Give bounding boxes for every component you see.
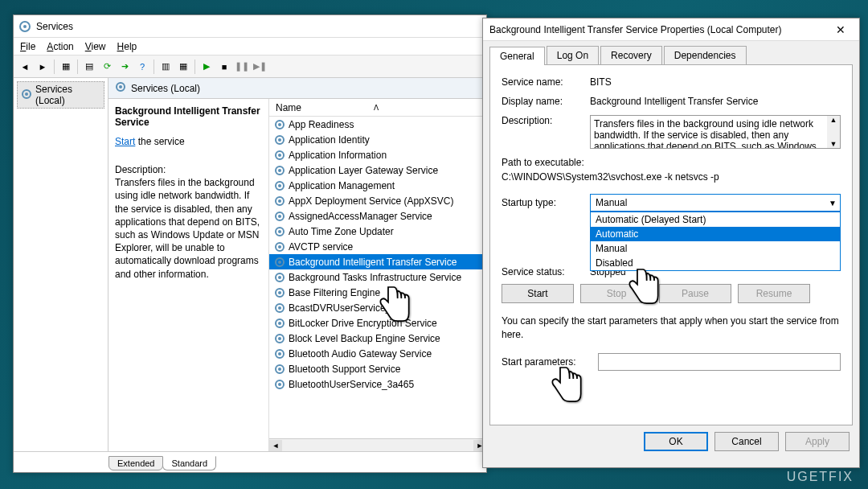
service-row[interactable]: Background Intelligent Transfer Service bbox=[269, 254, 486, 269]
svg-point-11 bbox=[278, 154, 281, 157]
label-service-name: Service name: bbox=[502, 76, 590, 88]
services-list[interactable]: App ReadinessApplication IdentityApplica… bbox=[269, 117, 486, 438]
detail-button[interactable]: ▦ bbox=[175, 59, 191, 75]
opt-auto-delayed[interactable]: Automatic (Delayed Start) bbox=[591, 212, 840, 227]
menu-view[interactable]: View bbox=[85, 41, 106, 52]
start-service-button[interactable]: ▶ bbox=[199, 59, 215, 75]
menu-action[interactable]: Action bbox=[47, 41, 73, 52]
selected-service-title: Background Intelligent Transfer Service bbox=[115, 105, 262, 128]
gear-icon bbox=[274, 272, 285, 283]
service-row[interactable]: Background Tasks Infrastructure Service bbox=[269, 269, 486, 285]
svg-point-41 bbox=[278, 383, 281, 386]
service-row[interactable]: Bluetooth Support Service bbox=[269, 361, 486, 376]
dialog-tabs: General Log On Recovery Dependencies bbox=[489, 46, 853, 65]
service-row[interactable]: AssignedAccessManager Service bbox=[269, 208, 486, 224]
chevron-down-icon: ▼ bbox=[829, 199, 837, 208]
description-text: Transfers files in the background using … bbox=[594, 118, 817, 149]
gear-icon bbox=[274, 241, 285, 253]
tab-standard[interactable]: Standard bbox=[162, 456, 216, 471]
properties-dialog: Background Intelligent Transfer Service … bbox=[482, 18, 860, 468]
opt-manual[interactable]: Manual bbox=[591, 241, 840, 256]
forward-button[interactable]: ► bbox=[35, 59, 51, 75]
main-area: Background Intelligent Transfer Service … bbox=[108, 99, 486, 451]
service-row[interactable]: BluetoothUserService_3a465 bbox=[269, 376, 486, 392]
h-scrollbar[interactable]: ◄ ► bbox=[269, 438, 486, 451]
service-row[interactable]: AVCTP service bbox=[269, 239, 486, 254]
refresh-button[interactable]: ⟳ bbox=[99, 59, 115, 75]
tree-node-services-local[interactable]: Services (Local) bbox=[17, 81, 104, 109]
service-row[interactable]: Block Level Backup Engine Service bbox=[269, 331, 486, 346]
export-button[interactable]: ➔ bbox=[117, 59, 133, 75]
help-text: You can specify the start parameters tha… bbox=[502, 314, 841, 342]
svg-point-23 bbox=[278, 245, 281, 249]
params-input[interactable] bbox=[598, 353, 841, 371]
pause-button: Pause bbox=[659, 284, 731, 303]
tab-dependencies[interactable]: Dependencies bbox=[664, 46, 747, 64]
startup-value: Manual bbox=[596, 197, 627, 208]
tab-general[interactable]: General bbox=[489, 47, 545, 65]
start-button[interactable]: Start bbox=[502, 284, 574, 303]
service-name: Application Identity bbox=[289, 134, 370, 146]
scroll-up-icon[interactable]: ▲ bbox=[827, 116, 840, 124]
service-row[interactable]: BcastDVRUserService_ bbox=[269, 300, 486, 315]
restart-service-button[interactable]: ▶❚ bbox=[252, 59, 268, 75]
list-button[interactable]: ▥ bbox=[158, 59, 174, 75]
tab-logon[interactable]: Log On bbox=[547, 46, 599, 64]
startup-combobox[interactable]: Manual ▼ bbox=[590, 194, 841, 212]
cancel-button[interactable]: Cancel bbox=[714, 432, 779, 451]
service-name: Auto Time Zone Updater bbox=[289, 226, 394, 237]
gear-icon bbox=[274, 134, 285, 146]
service-row[interactable]: Application Layer Gateway Service bbox=[269, 162, 486, 178]
service-name: Block Level Backup Engine Service bbox=[289, 333, 440, 344]
svg-point-37 bbox=[278, 352, 281, 355]
opt-disabled[interactable]: Disabled bbox=[591, 256, 840, 270]
scroll-down-icon[interactable]: ▼ bbox=[827, 140, 840, 148]
close-button[interactable]: ✕ bbox=[829, 23, 853, 36]
startup-dropdown: Automatic (Delayed Start) Automatic Manu… bbox=[590, 212, 841, 271]
menu-file[interactable]: File bbox=[20, 41, 35, 52]
service-name: Application Management bbox=[289, 180, 395, 191]
titlebar: Services bbox=[14, 15, 486, 38]
gear-icon bbox=[274, 333, 285, 344]
pause-service-button[interactable]: ❚❚ bbox=[234, 59, 250, 75]
tree-panel: Services (Local) bbox=[14, 78, 108, 451]
tab-recovery[interactable]: Recovery bbox=[600, 46, 662, 64]
tab-extended[interactable]: Extended bbox=[108, 456, 163, 471]
menu-help[interactable]: Help bbox=[117, 41, 137, 52]
properties-button[interactable]: ▤ bbox=[81, 59, 97, 75]
service-row[interactable]: Application Identity bbox=[269, 132, 486, 147]
dialog-title: Background Intelligent Transfer Service … bbox=[489, 24, 829, 35]
service-name: Bluetooth Audio Gateway Service bbox=[289, 348, 432, 360]
svg-point-13 bbox=[278, 169, 281, 172]
service-row[interactable]: Application Management bbox=[269, 178, 486, 193]
service-row[interactable]: App Readiness bbox=[269, 117, 486, 132]
ok-button[interactable]: OK bbox=[644, 432, 708, 451]
svg-point-5 bbox=[119, 85, 122, 88]
value-path: C:\WINDOWS\System32\svchost.exe -k netsv… bbox=[502, 171, 719, 183]
scroll-left[interactable]: ◄ bbox=[269, 440, 282, 451]
dialog-titlebar: Background Intelligent Transfer Service … bbox=[483, 18, 859, 41]
window-title: Services bbox=[36, 21, 481, 32]
svg-point-35 bbox=[278, 337, 281, 340]
service-row[interactable]: Bluetooth Audio Gateway Service bbox=[269, 346, 486, 361]
menubar: File Action View Help bbox=[14, 38, 486, 55]
desc-scrollbar[interactable]: ▲▼ bbox=[827, 116, 840, 148]
service-row[interactable]: Auto Time Zone Updater bbox=[269, 224, 486, 239]
list-pane: Name ᐱ App ReadinessApplication Identity… bbox=[269, 99, 486, 451]
apply-button: Apply bbox=[785, 432, 850, 451]
service-row[interactable]: Application Information bbox=[269, 147, 486, 162]
column-header-name[interactable]: Name ᐱ bbox=[269, 99, 486, 117]
service-row[interactable]: Base Filtering Engine bbox=[269, 285, 486, 300]
desc-text: Transfers files in the background using … bbox=[115, 176, 262, 281]
service-row[interactable]: BitLocker Drive Encryption Service bbox=[269, 315, 486, 331]
back-button[interactable]: ◄ bbox=[17, 59, 33, 75]
svg-point-39 bbox=[278, 368, 281, 371]
services-window: Services File Action View Help ◄ ► ▦ ▤ ⟳… bbox=[13, 14, 487, 473]
opt-automatic[interactable]: Automatic bbox=[591, 227, 840, 241]
help-button[interactable]: ? bbox=[134, 59, 150, 75]
select-cols-button[interactable]: ▦ bbox=[58, 59, 74, 75]
service-row[interactable]: AppX Deployment Service (AppXSVC) bbox=[269, 193, 486, 208]
stop-service-button[interactable]: ■ bbox=[216, 59, 232, 75]
start-link[interactable]: Start bbox=[115, 136, 135, 147]
service-name: BluetoothUserService_3a465 bbox=[289, 379, 414, 390]
